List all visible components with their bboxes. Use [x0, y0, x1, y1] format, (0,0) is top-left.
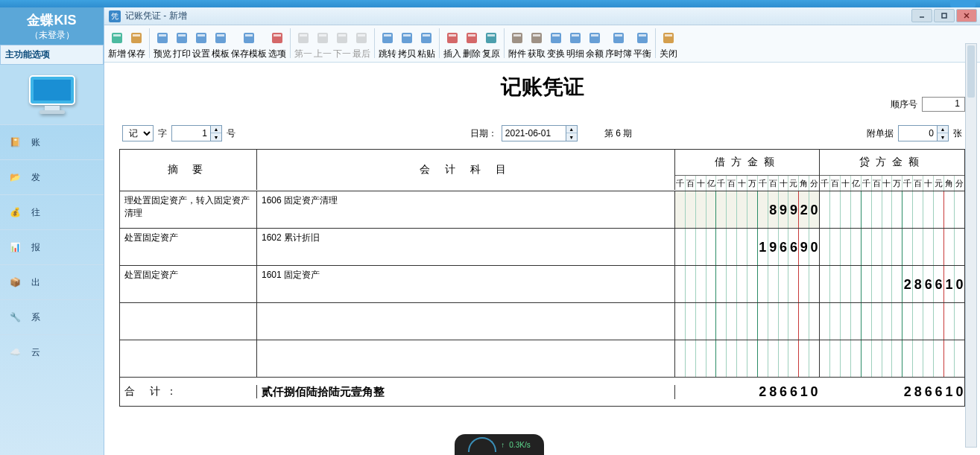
toolbar-save_tpl[interactable]: 保存模板 — [230, 28, 268, 62]
credit-cell[interactable] — [820, 229, 964, 265]
attach-input[interactable] — [898, 125, 937, 141]
subject-cell[interactable]: 1602 累计折旧 — [257, 229, 675, 265]
amount-grid[interactable]: 89920 — [675, 191, 819, 228]
summary-cell[interactable] — [120, 340, 257, 377]
toolbar-delete[interactable]: 删除 — [462, 28, 481, 62]
nav-item-2[interactable]: 💰往 — [0, 194, 104, 229]
maximize-button[interactable] — [934, 9, 955, 22]
toolbar-paste[interactable]: 粘贴 — [417, 28, 436, 62]
amount-grid[interactable]: 286610 — [820, 266, 964, 302]
subject-cell[interactable] — [257, 303, 675, 340]
toolbar-options[interactable]: 选项 — [268, 28, 287, 62]
spin-down[interactable]: ▼ — [211, 133, 221, 141]
copy-icon — [399, 30, 415, 46]
voucher-num-input[interactable] — [171, 125, 210, 141]
credit-cell[interactable] — [820, 191, 964, 228]
unit-cell: 百 — [830, 176, 841, 191]
total-label: 合 计： — [120, 385, 257, 398]
credit-cell[interactable] — [820, 303, 964, 340]
fetch-icon — [528, 30, 545, 46]
outer-minimize[interactable] — [950, 0, 976, 7]
credit-cell[interactable] — [820, 340, 964, 377]
voucher-num-spin[interactable]: ▲▼ — [171, 125, 222, 141]
summary-cell[interactable]: 处置固定资产 — [120, 266, 257, 302]
attach-down[interactable]: ▼ — [938, 133, 948, 141]
summary-cell[interactable] — [120, 303, 257, 340]
amount-grid[interactable] — [675, 266, 819, 302]
toolbar-seq[interactable]: 序时簿 — [604, 28, 633, 62]
nav-label: 往 — [31, 206, 40, 219]
toolbar-detail[interactable]: 明细 — [566, 28, 585, 62]
toolbar-balance[interactable]: 余额 — [585, 28, 604, 62]
nav-item-6[interactable]: ☁️云 — [0, 334, 104, 369]
amount-grid[interactable] — [820, 340, 964, 377]
toolbar-insert[interactable]: 插入 — [443, 28, 462, 62]
table-row: 处置固定资产1601 固定资产286610 — [120, 266, 964, 303]
vertical-scrollbar[interactable] — [965, 43, 977, 448]
toolbar-preview[interactable]: 预览 — [153, 28, 172, 62]
amount-grid[interactable] — [820, 191, 964, 228]
close-button[interactable] — [956, 9, 977, 22]
nav-item-3[interactable]: 📊报 — [0, 229, 104, 264]
toolbar-copy[interactable]: 拷贝 — [397, 28, 417, 62]
toolbar-restore[interactable]: 复原 — [481, 28, 501, 62]
debit-cell[interactable] — [675, 303, 820, 340]
date-picker[interactable]: ▲▼ — [502, 125, 578, 141]
toolbar-close[interactable]: 关闭 — [659, 28, 678, 62]
gauge-icon — [468, 437, 496, 452]
amount-grid[interactable]: 196690 — [675, 229, 819, 265]
subject-cell[interactable]: 1601 固定资产 — [257, 266, 675, 302]
summary-cell[interactable]: 理处置固定资产，转入固定资产清理 — [120, 191, 257, 228]
toolbar-balance2[interactable]: 平衡 — [633, 28, 652, 62]
voucher-type-select[interactable]: 记 — [122, 125, 154, 141]
next-icon — [334, 30, 350, 46]
jump-icon — [379, 30, 396, 46]
toolbar-save[interactable]: 保存 — [127, 28, 146, 62]
toolbar-print[interactable]: 打印 — [172, 28, 192, 62]
nav-icon: 📦 — [4, 274, 25, 290]
debit-cell[interactable]: 196690 — [675, 229, 820, 265]
voucher-table: 摘 要 会 计 科 目 借方金额 千百十亿千百十万千百十元角分 贷方金额 千百十… — [119, 149, 965, 407]
toolbar-template[interactable]: 模板 — [211, 28, 230, 62]
unit-cell: 百 — [913, 176, 923, 191]
nav-item-1[interactable]: 📂发 — [0, 159, 104, 194]
date-down[interactable]: ▼ — [566, 133, 577, 141]
minimize-button[interactable] — [911, 9, 932, 22]
amount-grid[interactable] — [675, 303, 819, 340]
svg-rect-41 — [468, 34, 475, 36]
toolbar-label: 上一 — [314, 46, 332, 60]
nav-item-0[interactable]: 📔账 — [0, 124, 104, 159]
date-input[interactable] — [502, 125, 566, 141]
toolbar-convert[interactable]: 变换 — [546, 28, 566, 62]
attach-spin[interactable]: ▲▼ — [898, 125, 949, 141]
amount-grid[interactable] — [820, 229, 964, 265]
amount-grid[interactable] — [820, 303, 964, 340]
subject-cell[interactable]: 1606 固定资产清理 — [257, 191, 675, 228]
date-spin: ▲▼ — [566, 125, 578, 141]
seq-value[interactable]: 1 — [922, 97, 965, 112]
credit-cell[interactable]: 286610 — [820, 266, 964, 302]
amount-grid[interactable] — [675, 340, 819, 377]
toolbar-new[interactable]: 新增 — [107, 28, 127, 62]
nav-item-5[interactable]: 🔧系 — [0, 299, 104, 334]
toolbar-prev: 上一 — [313, 28, 332, 62]
date-up[interactable]: ▲ — [566, 126, 577, 133]
svg-rect-2 — [45, 106, 60, 110]
toolbar-fetch[interactable]: 获取 — [527, 28, 546, 62]
insert-icon — [444, 30, 461, 46]
toolbar-attach[interactable]: 附件 — [508, 28, 527, 62]
attach-up[interactable]: ▲ — [938, 126, 948, 133]
toolbar-jump[interactable]: 跳转 — [378, 28, 397, 62]
svg-rect-45 — [513, 34, 521, 36]
debit-cell[interactable] — [675, 266, 820, 302]
toolbar-settings[interactable]: 设置 — [192, 28, 211, 62]
debit-cell[interactable] — [675, 340, 820, 377]
spin-up[interactable]: ▲ — [211, 126, 221, 133]
network-widget[interactable]: ↑0.3K/s — [455, 434, 544, 455]
sidebar-main-tab[interactable]: 主功能选项 — [0, 45, 104, 65]
debit-cell[interactable]: 89920 — [675, 191, 820, 228]
nav-item-4[interactable]: 📦出 — [0, 264, 104, 299]
table-row — [120, 303, 964, 340]
subject-cell[interactable] — [257, 340, 675, 377]
summary-cell[interactable]: 处置固定资产 — [120, 229, 257, 265]
